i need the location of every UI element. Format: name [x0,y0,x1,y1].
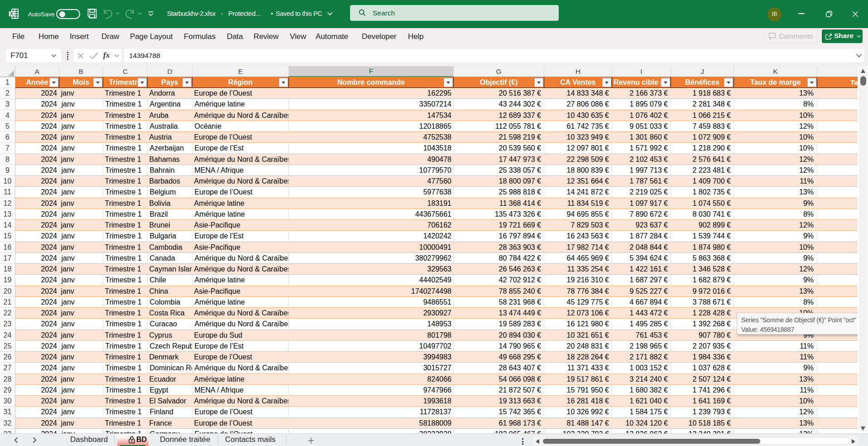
svg-text:X: X [10,11,13,16]
